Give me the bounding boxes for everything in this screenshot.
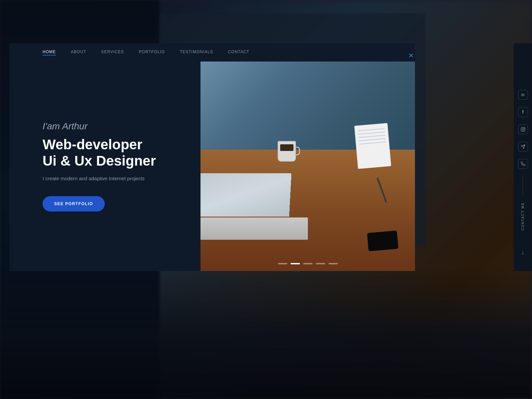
sidebar-divider bbox=[523, 176, 523, 196]
notepad-line bbox=[358, 135, 385, 138]
laptop bbox=[200, 166, 308, 240]
nav-item-contact[interactable]: CONTACT bbox=[228, 50, 249, 56]
laptop-keyboard bbox=[200, 217, 308, 239]
nav-item-about[interactable]: ABOUT bbox=[71, 50, 86, 56]
slider-dot-1[interactable] bbox=[278, 263, 287, 264]
nav-menu: HOME ABOUT SERVICES PORTFOLIO TESTIMONIA… bbox=[43, 50, 249, 56]
notepad bbox=[354, 123, 391, 169]
email-icon[interactable]: ✉ bbox=[518, 90, 528, 100]
hero-image-panel bbox=[200, 62, 415, 271]
blur-bottom bbox=[0, 269, 532, 399]
nav-item-portfolio[interactable]: PORTFOLIO bbox=[139, 50, 165, 56]
slider-dot-2[interactable] bbox=[291, 263, 300, 264]
telegram-icon[interactable] bbox=[518, 142, 528, 152]
notepad-line bbox=[358, 132, 385, 135]
hero-left-panel: I'am Arthur Web-developer Ui & Ux Design… bbox=[9, 62, 200, 271]
slider-dot-4[interactable] bbox=[316, 263, 325, 264]
laptop-screen bbox=[200, 174, 291, 217]
notepad-lines bbox=[354, 123, 390, 152]
social-icons-container: ✉ f bbox=[518, 90, 528, 169]
whatsapp-icon[interactable] bbox=[518, 159, 528, 169]
navbar: HOME ABOUT SERVICES PORTFOLIO TESTIMONIA… bbox=[9, 43, 415, 62]
contact-me-label: Contact Me bbox=[521, 202, 525, 230]
hero-subtitle: I create modern and adaptive Internet pr… bbox=[43, 176, 167, 181]
slider-dot-5[interactable] bbox=[329, 263, 338, 264]
main-window: HOME ABOUT SERVICES PORTFOLIO TESTIMONIA… bbox=[9, 43, 415, 271]
desk-scene bbox=[200, 62, 415, 271]
scroll-down-arrow[interactable]: ↓ bbox=[521, 249, 524, 256]
svg-rect-0 bbox=[521, 127, 525, 131]
content-area: I'am Arthur Web-developer Ui & Ux Design… bbox=[9, 62, 415, 271]
right-sidebar: ✉ f Contact Me ↓ bbox=[514, 43, 532, 271]
nav-item-services[interactable]: SERVICES bbox=[101, 50, 124, 56]
hero-title: Web-developer Ui & Ux Designer bbox=[43, 137, 167, 169]
see-portfolio-button[interactable]: SEE PORTFOLIO bbox=[43, 196, 105, 211]
instagram-icon[interactable] bbox=[518, 124, 528, 134]
svg-point-1 bbox=[522, 129, 524, 130]
hero-title-line2: Ui & Ux Designer bbox=[43, 153, 156, 169]
nav-item-home[interactable]: HOME bbox=[43, 50, 56, 56]
notepad-line bbox=[359, 138, 385, 141]
coffee-mug bbox=[278, 141, 296, 162]
hero-title-line1: Web-developer bbox=[43, 137, 142, 152]
smartphone bbox=[367, 230, 398, 251]
hero-greeting: I'am Arthur bbox=[43, 121, 167, 132]
svg-point-2 bbox=[524, 128, 524, 128]
notepad-line bbox=[358, 128, 384, 131]
slider-dots bbox=[278, 263, 338, 264]
nav-item-testimonials[interactable]: TESTIMONIALS bbox=[180, 50, 213, 56]
facebook-icon[interactable]: f bbox=[518, 107, 528, 117]
notepad-line bbox=[359, 142, 386, 145]
close-button[interactable]: ✕ bbox=[408, 52, 414, 60]
slider-dot-3[interactable] bbox=[303, 263, 313, 264]
